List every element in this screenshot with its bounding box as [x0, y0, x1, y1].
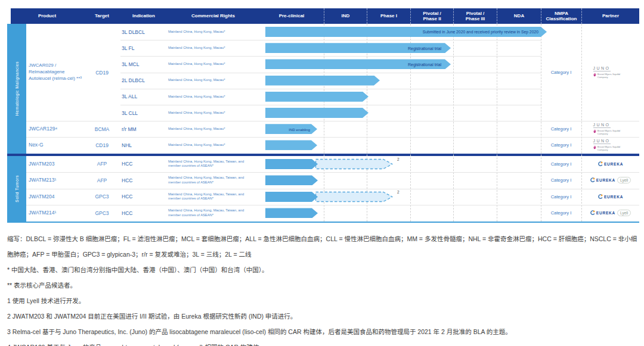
- product-target: GPC3: [83, 189, 120, 205]
- partner-cell: JUNO Bristol Myers Squibb’ Company: [581, 24, 639, 121]
- dashed-planned-phase-arrow: [315, 191, 394, 202]
- indication: HCC: [122, 156, 167, 173]
- bms-company-label: Bristol Myers Squibb’ Company: [597, 129, 628, 136]
- product-target: GPC3: [83, 205, 120, 222]
- product-name: JWCAR129⁴: [29, 121, 82, 137]
- indication: r/r MM: [122, 121, 167, 137]
- juno-wordmark: JUNO: [593, 139, 611, 144]
- product-target: BCMA: [83, 121, 120, 137]
- column-header-nmpa: NMPA Classification: [541, 8, 581, 24]
- nmpa-classification: Category I: [541, 24, 581, 121]
- indication: HCC: [122, 189, 167, 205]
- juno-wordmark: JUNO: [593, 123, 611, 128]
- product-name: JWATM214¹: [29, 205, 82, 222]
- nmpa-classification: Category I: [541, 172, 581, 189]
- product-name: JWATM204: [29, 189, 82, 205]
- partner-cell: JUNO Bristol Myers Squibb’ Company: [581, 121, 639, 137]
- product-target: CD19: [83, 24, 120, 121]
- table-bottom-border: [7, 222, 639, 223]
- footnote-core-product: ** 表示核心产品候选者。: [7, 278, 638, 293]
- phase-bar-preclinical: [265, 208, 318, 218]
- commercial-rights: Mainland China, Hong Kong, Macau*: [168, 56, 258, 72]
- product-target: AFP: [83, 156, 120, 173]
- table-header: Product Target Indication Commercial Rig…: [11, 8, 639, 24]
- indication: 3L FL: [122, 40, 167, 56]
- product-target: CD19: [83, 137, 120, 153]
- commercial-rights: Mainland China, Hong Kong, Macau*: [168, 137, 258, 153]
- product-name: JWATM203: [29, 156, 82, 173]
- footnote-ref: 2: [397, 190, 400, 194]
- eureka-icon: [597, 161, 603, 167]
- eureka-wordmark: EUREKA: [604, 195, 623, 199]
- eureka-wordmark: EUREKA: [596, 211, 615, 215]
- column-header-partner: Partner: [581, 8, 639, 24]
- indication: NHL: [122, 137, 167, 153]
- bms-hand-icon: [593, 73, 596, 77]
- partner-cell: EUREKA Lyell: [581, 205, 639, 222]
- partner-cell: EUREKA: [581, 189, 639, 205]
- product-name: Nex-G: [29, 137, 82, 153]
- phase-bar-label: Registrational trial: [408, 62, 441, 66]
- section-solid-tumors: Solid Tumors: [7, 156, 26, 222]
- phase-bar-phase1: [265, 108, 369, 118]
- commercial-rights: Mainland China, Hong Kong, Macau, Taiwan…: [168, 172, 258, 189]
- commercial-rights: Mainland China, Hong Kong, Macau*: [168, 89, 258, 105]
- phase-bar-preclinical: IND enabling: [265, 124, 317, 134]
- phase-bar-preclinical: [265, 175, 318, 185]
- juno-logo: JUNO Bristol Myers Squibb’ Company: [593, 66, 628, 79]
- commercial-rights: Mainland China, Hong Kong, Macau*: [168, 24, 258, 40]
- juno-logo: JUNO Bristol Myers Squibb’ Company: [593, 139, 628, 152]
- column-header-preclinical: Pre-clinical: [259, 8, 324, 24]
- grid-line: [453, 24, 454, 222]
- phase-bar-preclinical: [265, 159, 318, 169]
- nmpa-classification: Category I: [541, 205, 581, 222]
- footnotes: 缩写：DLBCL = 弥漫性大 B 细胞淋巴瘤；FL = 滤泡性淋巴瘤；MCL …: [7, 231, 638, 346]
- nmpa-classification: Category I: [541, 156, 581, 173]
- section-label: Hematologic Malignancies: [15, 61, 19, 116]
- phase-bar-preclinical: [265, 140, 317, 150]
- eureka-wordmark: EUREKA: [604, 162, 623, 166]
- column-header-commercial-rights: Commercial Rights: [167, 8, 259, 24]
- indication: 3L ALL: [122, 89, 167, 105]
- column-header-indication: Indication: [120, 8, 167, 24]
- grid-line: [410, 24, 411, 222]
- commercial-rights: Mainland China, Hong Kong, Macau, Taiwan…: [168, 156, 258, 173]
- commercial-rights: Mainland China, Hong Kong, Macau*: [168, 121, 258, 137]
- juno-logo: JUNO Bristol Myers Squibb’ Company: [593, 123, 628, 136]
- column-header-ind: IND: [324, 8, 367, 24]
- commercial-rights: Mainland China, Hong Kong, Macau*: [168, 105, 258, 121]
- phase-bar-phase1: [265, 92, 369, 102]
- lyell-logo: Lyell: [617, 177, 631, 183]
- eureka-icon: [590, 177, 595, 183]
- indication: 2L DLBCL: [122, 73, 167, 89]
- phase-bar-pivotal: Registrational trial: [265, 43, 451, 53]
- bms-company-label: Bristol Myers Squibb’ Company: [597, 145, 628, 152]
- footnote-regions: * 中国大陆、香港、澳门和台湾分别指中国大陆、香港（中国）、澳门（中国）和台湾（…: [7, 262, 638, 278]
- indication: 3L CLL: [122, 105, 167, 121]
- product-name: JWATM213¹: [29, 172, 82, 189]
- bms-hand-icon: [593, 145, 596, 149]
- eureka-wordmark: EUREKA: [596, 178, 615, 182]
- phase-bar-label: Registrational trial: [408, 46, 441, 50]
- column-header-target: Target: [83, 8, 120, 24]
- phase-bar-phase1: [265, 76, 380, 86]
- commercial-rights: Mainland China, Hong Kong, Macau*: [168, 73, 258, 89]
- column-header-product: Product: [11, 8, 83, 24]
- eureka-icon: [590, 210, 595, 216]
- phase-bar-label: IND enabling: [289, 127, 310, 131]
- partner-cell: JUNO Bristol Myers Squibb’ Company: [581, 137, 639, 153]
- phase-bar-note: Submitted in June 2020 and received prio…: [410, 29, 538, 35]
- nmpa-classification: Category I: [541, 137, 581, 153]
- pipeline-page: Product Target Indication Commercial Rig…: [0, 0, 644, 346]
- phase-bar-pivotal: Registrational trial: [265, 59, 451, 69]
- indication: 3L DLBCL: [122, 24, 167, 40]
- eureka-logo: EUREKA: [590, 210, 615, 216]
- bms-company-label: Bristol Myers Squibb’ Company: [597, 73, 628, 79]
- nmpa-classification: Category I: [541, 121, 581, 137]
- juno-wordmark: JUNO: [593, 66, 611, 71]
- eureka-logo: EUREKA: [597, 161, 623, 167]
- partner-cell: EUREKA: [581, 156, 639, 173]
- indication: HCC: [122, 172, 167, 189]
- column-header-phase1: Phase I: [367, 8, 410, 24]
- commercial-rights: Mainland China, Hong Kong, Macau*: [168, 40, 258, 56]
